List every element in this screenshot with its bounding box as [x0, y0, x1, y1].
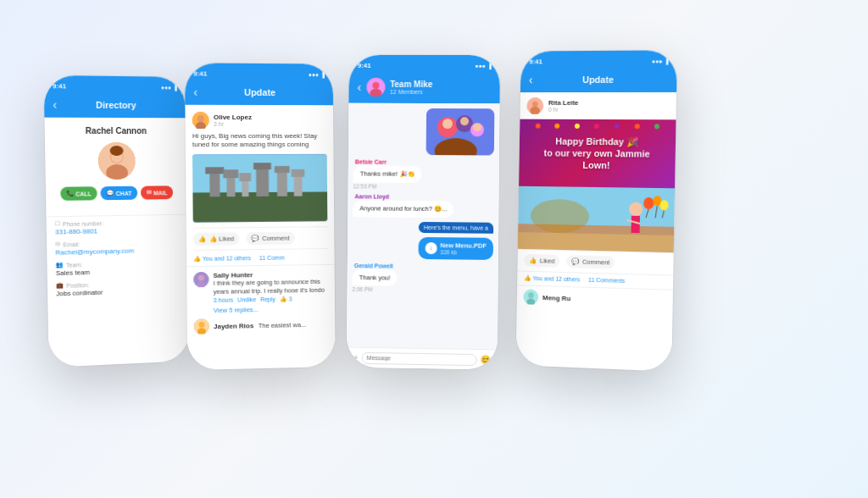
sender-aaron: Aaron Lloyd — [353, 193, 389, 199]
next-comment-text: The easiest wa... — [259, 321, 306, 329]
post-text: Hi guys, Big news coming this week! Stay… — [192, 132, 327, 150]
bubble-5: Thank you! — [353, 269, 398, 286]
post-time: 3 hr — [214, 121, 252, 127]
profile-name: Rachel Cannon — [86, 126, 147, 136]
phone4-body: Rita Leite 0 hr Happy Birthday 🎉 to our … — [515, 92, 676, 372]
birthday-dots — [520, 124, 676, 130]
rita-time: 0 hr — [548, 107, 579, 113]
svg-rect-17 — [253, 163, 271, 169]
view-replies[interactable]: View 5 replies... — [214, 305, 328, 314]
phone-directory: 9:41 ●●● ▐ ‹ Directory Rachel Cannon � — [44, 75, 190, 368]
dot-1 — [536, 124, 541, 129]
rita-post-header: Rita Leite 0 hr — [520, 92, 676, 119]
likes-text: 👍 You and 12 others 11 Comm — [193, 252, 328, 266]
attach-icon[interactable]: + — [353, 353, 359, 362]
svg-rect-13 — [223, 169, 238, 178]
svg-rect-21 — [292, 169, 305, 177]
status-icons-1: ●●● ▐ — [161, 85, 177, 91]
svg-rect-12 — [226, 175, 235, 196]
like-icon-4: 👍 — [529, 257, 537, 264]
post-image — [192, 154, 327, 223]
chat-body: Betsie Carr Thanks mike! 🎉👏 12:53 PM Aar… — [347, 103, 499, 350]
post-author: Olive Lopez 3 hr — [192, 112, 327, 129]
time-5: 2:06 PM — [353, 286, 373, 292]
comment-content: Sally Hunter I think they are going to a… — [213, 270, 328, 315]
svg-rect-47 — [632, 216, 640, 233]
sender-betsie: Betsie Carr — [353, 159, 387, 165]
birthday-comments-count: 11 Comments — [588, 277, 626, 284]
mail-icon: ✉ — [147, 190, 152, 196]
phone-chat: 9:41 ●●● ▐ ‹ Team Mike 12 Members — [347, 55, 500, 370]
author-info: Olive Lopez 3 hr — [214, 113, 252, 127]
status-icons-3: ●●● ▐ — [475, 63, 492, 69]
avatar — [98, 142, 136, 180]
chat-members: 12 Members — [390, 89, 432, 95]
status-time-2: 9:41 — [193, 69, 207, 77]
next-commenter-info: Jayden Rios The easiest wa... — [214, 320, 306, 331]
dot-5 — [615, 124, 620, 129]
svg-rect-16 — [256, 167, 269, 196]
bubble-1: Thanks mike! 🎉👏 — [353, 165, 422, 182]
like-button[interactable]: 👍 👍 Liked — [193, 232, 240, 246]
svg-rect-10 — [209, 171, 220, 196]
file-bubble: ↓ New Menu.PDF 328 kb — [418, 236, 493, 259]
birthday-text: Happy Birthday 🎉 to our very own Jammie … — [529, 135, 665, 172]
chat-message-5: Gerald Powell Thank you! 2:06 PM — [353, 263, 493, 295]
comment-button[interactable]: 💬 Comment — [246, 231, 294, 245]
meng-ru-name: Meng Ru — [542, 294, 570, 302]
status-time-3: 9:41 — [358, 62, 371, 69]
chat-header: ‹ Team Mike 12 Members — [349, 74, 500, 103]
call-button[interactable]: 📞 CALL — [60, 186, 97, 201]
status-time-4: 9:41 — [529, 58, 542, 65]
bubble-2: Anyone around for lunch? 😊... — [353, 200, 453, 218]
dot-2 — [555, 124, 560, 129]
svg-rect-19 — [275, 166, 290, 173]
svg-rect-15 — [239, 173, 251, 181]
directory-title: Directory — [62, 99, 169, 110]
like-icon: 👍 — [198, 235, 206, 242]
emoji-icon[interactable]: 😊 — [481, 355, 491, 364]
rita-avatar — [526, 97, 543, 114]
svg-rect-14 — [242, 180, 248, 196]
comment-icon-4: 💬 — [571, 257, 579, 265]
post-actions: 👍 👍 Liked 💬 Comment — [193, 226, 328, 251]
comments-count: 11 Comm — [259, 254, 285, 260]
file-info: New Menu.PDF 328 kb — [440, 241, 487, 256]
status-bar-3: 9:41 ●●● ▐ — [349, 55, 500, 74]
back-arrow-4[interactable]: ‹ — [529, 74, 533, 86]
next-comment: Jayden Rios The easiest wa... — [194, 317, 329, 335]
phone2-header: ‹ Update — [185, 82, 333, 106]
chat-button[interactable]: 💬 CHAT — [101, 186, 138, 201]
svg-point-29 — [372, 82, 379, 89]
status-bar-4: 9:41 ●●● ▐ — [520, 50, 677, 69]
action-buttons: 📞 CALL 💬 CHAT ✉ MAIL — [60, 185, 174, 201]
back-arrow-1[interactable]: ‹ — [53, 98, 57, 110]
svg-rect-18 — [277, 171, 287, 196]
next-commenter-name: Jayden Rios — [214, 322, 253, 330]
chat-message-2: Aaron Lloyd Anyone around for lunch? 😊..… — [353, 193, 493, 218]
rita-info: Rita Leite 0 hr — [548, 99, 579, 113]
phone-value: 331-880-9801 — [55, 226, 180, 236]
mail-button[interactable]: ✉ MAIL — [141, 185, 173, 199]
email-value: Rachel@mycompany.com — [55, 246, 180, 257]
phone-update-feed: 9:41 ●●● ▐ ‹ Update Olive Lopez 3 hr Hi … — [185, 63, 336, 370]
chat-input-bar: + 😊 — [347, 347, 498, 370]
message-input[interactable] — [362, 351, 477, 365]
birthday-like-button[interactable]: 👍 Liked — [524, 254, 559, 268]
call-icon: 📞 — [66, 191, 74, 197]
birthday-comment-button[interactable]: 💬 Comment — [566, 255, 615, 268]
dot-3 — [575, 124, 580, 129]
back-arrow-2[interactable]: ‹ — [193, 86, 198, 98]
svg-rect-11 — [205, 167, 224, 174]
phone2-body: Olive Lopez 3 hr Hi guys, Big news comin… — [185, 105, 335, 370]
next-commenter-avatar — [194, 318, 209, 334]
chat-message-3: Here's the menu, have a — [353, 221, 493, 234]
birthday-post-actions: 👍 Liked 💬 Comment — [517, 249, 673, 276]
phone4-header: ‹ Update — [520, 69, 677, 92]
dot-6 — [634, 124, 639, 129]
phone1-body: Rachel Cannon 📞 CALL 💬 CHAT — [44, 118, 189, 368]
author-name: Olive Lopez — [214, 113, 252, 121]
svg-point-36 — [442, 119, 453, 129]
back-arrow-3[interactable]: ‹ — [358, 81, 362, 93]
rita-name: Rita Leite — [548, 99, 579, 107]
